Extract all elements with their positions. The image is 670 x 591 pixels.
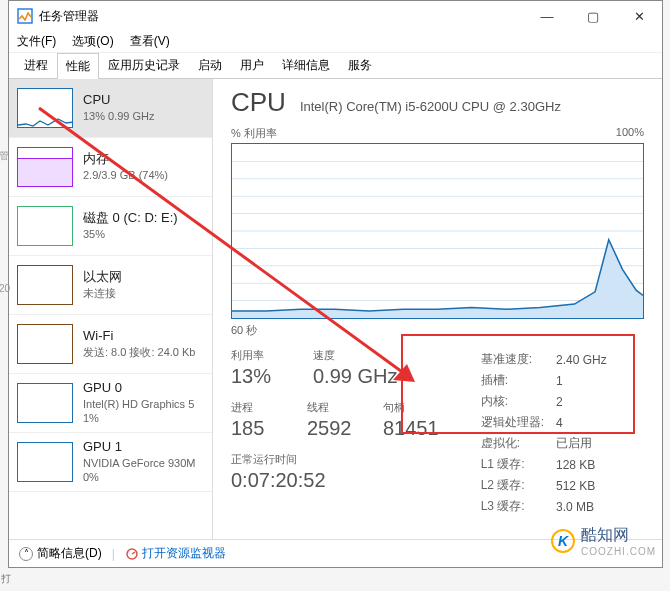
thumb-gpu-icon <box>17 442 73 482</box>
sidebar-item-sub: 2.9/3.9 GB (74%) <box>83 168 168 182</box>
watermark-brand: 酷知网 <box>581 525 656 546</box>
graph-label-right: 100% <box>616 126 644 141</box>
thumb-net-icon <box>17 265 73 305</box>
sidebar-item-wifi[interactable]: Wi-Fi发送: 8.0 接收: 24.0 Kb <box>9 315 212 374</box>
value-processes: 185 <box>231 417 289 440</box>
sidebar-item-name: 以太网 <box>83 269 122 286</box>
detail-row: 虚拟化:已启用 <box>481 434 617 453</box>
maximize-button[interactable]: ▢ <box>570 1 616 31</box>
window-title: 任务管理器 <box>39 8 99 25</box>
sidebar-item-name: GPU 0 <box>83 380 194 397</box>
svg-line-14 <box>132 552 135 554</box>
bg-fragment: 打 <box>1 572 11 586</box>
detail-label: 基准速度: <box>481 350 554 369</box>
graph-label-left: % 利用率 <box>231 126 277 141</box>
detail-row: 基准速度:2.40 GHz <box>481 350 617 369</box>
value-threads: 2592 <box>307 417 365 440</box>
tab-performance[interactable]: 性能 <box>57 53 99 79</box>
detail-label: 逻辑处理器: <box>481 413 554 432</box>
thumb-gpu-icon <box>17 383 73 423</box>
fewer-details-toggle[interactable]: ˄简略信息(D) <box>19 545 102 562</box>
stats-primary: 利用率 速度 13% 0.99 GHz 进程 线程 句柄 185 2592 <box>231 348 439 518</box>
detail-label: L3 缓存: <box>481 497 554 516</box>
details-table: 基准速度:2.40 GHz插槽:1内核:2逻辑处理器:4虚拟化:已启用L1 缓存… <box>479 348 619 518</box>
value-utilization: 13% <box>231 365 289 388</box>
sidebar-item-sub: 1% <box>83 411 194 425</box>
sidebar-item-gpu[interactable]: GPU 1NVIDIA GeForce 930M0% <box>9 433 212 492</box>
label-speed: 速度 <box>313 348 335 363</box>
sidebar-item-cpu[interactable]: CPU13% 0.99 GHz <box>9 79 212 138</box>
sidebar-item-mem[interactable]: 内存2.9/3.9 GB (74%) <box>9 138 212 197</box>
bg-fragment: 管 <box>0 149 9 163</box>
tab-details[interactable]: 详细信息 <box>273 52 339 78</box>
sidebar-item-name: 内存 <box>83 151 168 168</box>
value-speed: 0.99 GHz <box>313 365 397 388</box>
sidebar-item-net[interactable]: 以太网未连接 <box>9 256 212 315</box>
label-processes: 进程 <box>231 400 273 415</box>
label-uptime: 正常运行时间 <box>231 452 439 467</box>
main-panel: CPU Intel(R) Core(TM) i5-6200U CPU @ 2.3… <box>213 79 662 539</box>
sidebar-item-sub: 35% <box>83 227 178 241</box>
menubar: 文件(F) 选项(O) 查看(V) <box>9 31 662 53</box>
tab-startup[interactable]: 启动 <box>189 52 231 78</box>
detail-label: 虚拟化: <box>481 434 554 453</box>
detail-value: 已启用 <box>556 434 617 453</box>
tab-apphistory[interactable]: 应用历史记录 <box>99 52 189 78</box>
watermark: K 酷知网 COOZHI.COM <box>551 525 656 557</box>
value-handles: 81451 <box>383 417 439 440</box>
task-manager-window: 管 20 打 任务管理器 — ▢ ✕ 文件(F) 选项(O) 查看(V) 进程 … <box>8 0 663 568</box>
sidebar-item-sub: 0% <box>83 470 196 484</box>
watermark-logo-icon: K <box>551 529 575 553</box>
sidebar-item-gpu[interactable]: GPU 0Intel(R) HD Graphics 51% <box>9 374 212 433</box>
monitor-icon <box>125 547 139 561</box>
tab-users[interactable]: 用户 <box>231 52 273 78</box>
detail-value: 128 KB <box>556 455 617 474</box>
menu-view[interactable]: 查看(V) <box>130 33 170 50</box>
detail-row: 内核:2 <box>481 392 617 411</box>
sidebar-item-sub: NVIDIA GeForce 930M <box>83 456 196 470</box>
detail-label: L1 缓存: <box>481 455 554 474</box>
detail-row: 逻辑处理器:4 <box>481 413 617 432</box>
detail-label: L2 缓存: <box>481 476 554 495</box>
tab-services[interactable]: 服务 <box>339 52 381 78</box>
sidebar-item-name: Wi-Fi <box>83 328 196 345</box>
sidebar-item-sub: 未连接 <box>83 286 122 300</box>
menu-options[interactable]: 选项(O) <box>72 33 113 50</box>
detail-row: 插槽:1 <box>481 371 617 390</box>
thumb-cpu-icon <box>17 88 73 128</box>
detail-label: 内核: <box>481 392 554 411</box>
detail-value: 1 <box>556 371 617 390</box>
sidebar-item-name: 磁盘 0 (C: D: E:) <box>83 210 178 227</box>
sidebar: CPU13% 0.99 GHz内存2.9/3.9 GB (74%)磁盘 0 (C… <box>9 79 213 539</box>
thumb-mem-icon <box>17 147 73 187</box>
label-utilization: 利用率 <box>231 348 279 363</box>
panel-subtitle: Intel(R) Core(TM) i5-6200U CPU @ 2.30GHz <box>300 99 561 114</box>
open-resource-monitor-link[interactable]: 打开资源监视器 <box>125 545 226 562</box>
tab-processes[interactable]: 进程 <box>15 52 57 78</box>
watermark-domain: COOZHI.COM <box>581 546 656 557</box>
tabstrip: 进程 性能 应用历史记录 启动 用户 详细信息 服务 <box>9 53 662 79</box>
label-handles: 句柄 <box>383 400 405 415</box>
sidebar-item-name: CPU <box>83 92 155 109</box>
detail-row: L1 缓存:128 KB <box>481 455 617 474</box>
menu-file[interactable]: 文件(F) <box>17 33 56 50</box>
detail-value: 2 <box>556 392 617 411</box>
label-threads: 线程 <box>307 400 349 415</box>
bg-fragment: 20 <box>0 283 10 294</box>
svg-marker-10 <box>232 240 643 318</box>
sidebar-item-name: GPU 1 <box>83 439 196 456</box>
detail-value: 2.40 GHz <box>556 350 617 369</box>
sidebar-item-sub: 发送: 8.0 接收: 24.0 Kb <box>83 345 196 359</box>
utilization-graph <box>231 143 644 319</box>
sidebar-item-sub: 13% 0.99 GHz <box>83 109 155 123</box>
sidebar-item-disk[interactable]: 磁盘 0 (C: D: E:)35% <box>9 197 212 256</box>
thumb-wifi-icon <box>17 324 73 364</box>
close-button[interactable]: ✕ <box>616 1 662 31</box>
chevron-up-icon: ˄ <box>19 547 33 561</box>
graph-x-axis: 60 秒 <box>231 323 644 338</box>
minimize-button[interactable]: — <box>524 1 570 31</box>
detail-row: L2 缓存:512 KB <box>481 476 617 495</box>
detail-value: 512 KB <box>556 476 617 495</box>
detail-value: 4 <box>556 413 617 432</box>
app-icon <box>17 8 33 24</box>
